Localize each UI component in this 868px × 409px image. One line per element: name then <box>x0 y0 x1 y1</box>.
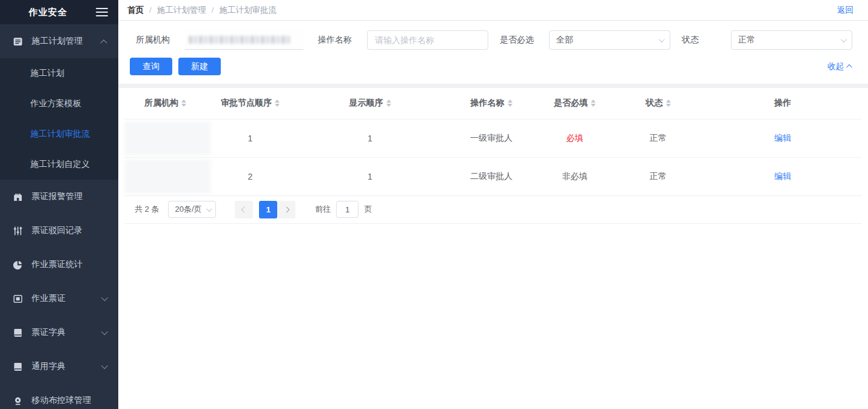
cell-org <box>124 157 206 195</box>
book-icon <box>12 361 23 372</box>
col-header-required[interactable]: 是否必填 <box>537 88 613 119</box>
sort-icon[interactable] <box>386 100 391 107</box>
plan-management-icon <box>12 36 23 47</box>
hamburger-menu-icon[interactable] <box>96 8 108 16</box>
sort-icon[interactable] <box>666 100 671 107</box>
breadcrumb-separator: / <box>212 5 214 15</box>
create-button[interactable]: 新建 <box>178 58 221 75</box>
sidebar-item-label: 通用字典 <box>32 361 101 372</box>
filter-group-op-name: 操作名称 <box>318 30 500 50</box>
goto-page-input[interactable] <box>336 201 358 218</box>
status-select[interactable]: 正常 <box>731 30 852 50</box>
breadcrumb-home[interactable]: 首页 <box>127 5 144 16</box>
breadcrumb-plan-management[interactable]: 施工计划管理 <box>157 5 206 16</box>
col-header-op-name[interactable]: 操作名称 <box>446 88 537 119</box>
cell-node-order: 2 <box>206 157 294 195</box>
required-select-value: 全部 <box>556 35 573 46</box>
plan-management-submenu: 施工计划 作业方案模板 施工计划审批流 施工计划自定义 <box>0 58 118 180</box>
sidebar-subitem-scheme-template[interactable]: 作业方案模板 <box>0 89 118 119</box>
total-count: 共 2 条 <box>135 204 159 215</box>
dome-camera-icon <box>12 395 23 406</box>
search-button[interactable]: 查询 <box>130 58 172 75</box>
main-content: 首页 / 施工计划管理 / 施工计划审批流 返回 所属机构 操作名称 <box>118 0 868 409</box>
required-select[interactable]: 全部 <box>549 30 670 50</box>
breadcrumb-current: 施工计划审批流 <box>220 5 277 16</box>
chevron-up-icon <box>846 64 852 70</box>
chevron-left-icon <box>241 206 247 212</box>
sort-icon[interactable] <box>181 100 186 107</box>
col-header-status[interactable]: 状态 <box>613 88 704 119</box>
filter-panel: 所属机构 操作名称 是否必选 全部 状态 <box>118 21 868 50</box>
table-row: 2 1 二级审批人 非必填 正常 编辑 <box>124 157 862 195</box>
chevron-up-icon <box>100 39 107 46</box>
col-header-org[interactable]: 所属机构 <box>124 88 206 119</box>
cell-display-order: 1 <box>294 119 446 157</box>
prev-page-button[interactable] <box>235 201 253 218</box>
sidebar-item-work-tickets[interactable]: 作业票证 <box>0 282 118 316</box>
sidebar-header: 作业安全 <box>0 0 118 24</box>
cell-org <box>124 119 206 157</box>
cell-op-name: 二级审批人 <box>446 157 537 195</box>
col-header-display-order[interactable]: 显示顺序 <box>294 88 446 119</box>
cell-status: 正常 <box>613 157 704 195</box>
chevron-down-icon <box>101 362 108 369</box>
pie-chart-icon <box>12 259 23 270</box>
sidebar-item-label: 作业票证 <box>32 293 101 304</box>
sidebar-item-label: 移动布控球管理 <box>32 395 106 406</box>
sidebar-subitem-construction-plan[interactable]: 施工计划 <box>0 58 118 89</box>
edit-link[interactable]: 编辑 <box>775 133 792 143</box>
page-size-value: 20条/页 <box>175 204 201 215</box>
sidebar-subitem-plan-approval-flow[interactable]: 施工计划审批流 <box>0 119 118 149</box>
section-divider <box>118 84 868 88</box>
sort-icon[interactable] <box>591 100 596 107</box>
sidebar-item-label: 票证驳回记录 <box>32 225 106 236</box>
book-icon <box>12 327 23 338</box>
org-input[interactable] <box>185 30 303 50</box>
sidebar-item-ticket-statistics[interactable]: 作业票证统计 <box>0 248 118 282</box>
sidebar-subitem-plan-custom[interactable]: 施工计划自定义 <box>0 149 118 180</box>
chevron-right-icon <box>284 206 290 212</box>
sidebar-item-mobile-ball-camera[interactable]: 移动布控球管理 <box>0 384 118 409</box>
cell-op-name: 一级审批人 <box>446 119 537 157</box>
sort-icon[interactable] <box>508 100 513 107</box>
sidebar-item-label: 作业票证统计 <box>32 259 106 270</box>
back-link[interactable]: 返回 <box>837 5 853 16</box>
empty-area <box>118 224 868 409</box>
chevron-down-icon <box>206 206 212 212</box>
sidebar-item-ticket-dictionary[interactable]: 票证字典 <box>0 316 118 350</box>
app: 作业安全 施工计划管理 施工计划 作业方案模板 施工计划审批流 施工计划自定义 … <box>0 0 868 409</box>
chevron-down-icon <box>841 36 847 42</box>
filter-group-status: 状态 正常 <box>682 30 864 50</box>
collapse-link[interactable]: 收起 <box>827 61 852 72</box>
page-number-current[interactable]: 1 <box>259 201 277 218</box>
op-name-input[interactable] <box>367 30 488 50</box>
col-header-node-order[interactable]: 审批节点顺序 <box>206 88 294 119</box>
breadcrumb-separator: / <box>149 5 152 15</box>
page-size-select[interactable]: 20条/页 <box>168 201 216 218</box>
org-redacted-value <box>189 36 291 44</box>
goto-suffix: 页 <box>364 204 372 215</box>
cell-status: 正常 <box>613 119 704 157</box>
next-page-button[interactable] <box>277 201 295 218</box>
cell-display-order: 1 <box>294 157 446 195</box>
sidebar-item-label: 施工计划管理 <box>32 36 101 47</box>
org-label: 所属机构 <box>136 35 185 46</box>
sidebar-item-general-dictionary[interactable]: 通用字典 <box>0 350 118 384</box>
op-name-label: 操作名称 <box>318 35 367 46</box>
filter-group-org: 所属机构 <box>136 30 318 50</box>
sort-icon[interactable] <box>275 100 280 107</box>
chevron-down-icon <box>659 36 665 42</box>
approval-flow-table: 所属机构 审批节点顺序 显示顺序 操作名称 是否必填 状态 操作 1 1 一级 <box>124 88 862 196</box>
edit-link[interactable]: 编辑 <box>775 171 792 181</box>
pagination: 共 2 条 20条/页 1 前往 页 <box>124 196 862 224</box>
action-bar: 查询 新建 收起 <box>118 50 868 84</box>
col-header-actions: 操作 <box>704 88 862 119</box>
status-select-value: 正常 <box>738 35 755 46</box>
sidebar-item-plan-management[interactable]: 施工计划管理 <box>0 24 118 58</box>
sidebar-item-ticket-reject-records[interactable]: 票证驳回记录 <box>0 214 118 248</box>
chevron-down-icon <box>101 294 108 301</box>
sliders-icon <box>12 225 23 236</box>
sidebar-item-ticket-alarm[interactable]: 票证报警管理 <box>0 180 118 214</box>
sidebar-item-label: 票证报警管理 <box>32 191 106 202</box>
table-card: 所属机构 审批节点顺序 显示顺序 操作名称 是否必填 状态 操作 1 1 一级 <box>118 88 868 224</box>
